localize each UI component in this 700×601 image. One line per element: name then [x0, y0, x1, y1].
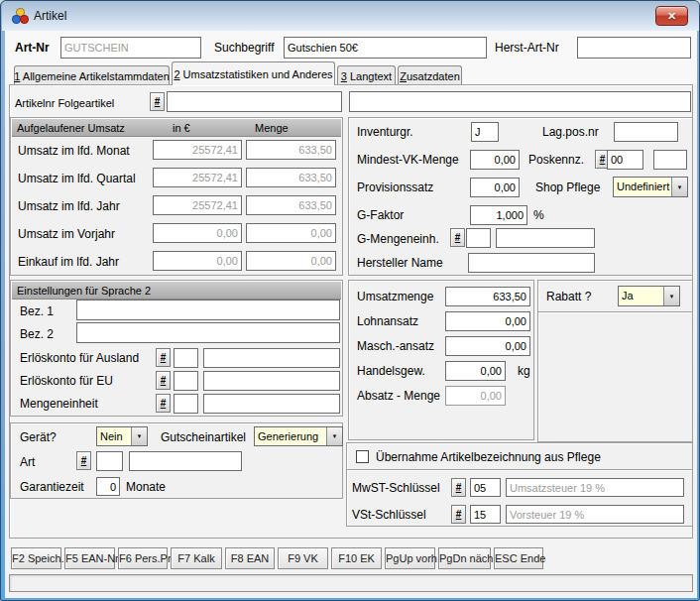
- g-mengeneinh-lookup-button[interactable]: #: [450, 228, 465, 247]
- mengeneinheit-desc-field[interactable]: [203, 394, 340, 414]
- status-bar: [9, 574, 693, 592]
- inventurgr-label: Inventurgr.: [357, 126, 413, 139]
- shop-pflege-dropdown[interactable]: Undefiniert ▼: [613, 177, 688, 197]
- art-code-field[interactable]: [96, 451, 123, 471]
- poskennz-label: Poskennz.: [528, 154, 584, 167]
- erloeskonto-ausland-lookup-button[interactable]: #: [156, 348, 171, 367]
- handelsgew-field[interactable]: 0,00: [445, 361, 506, 381]
- bez1-field[interactable]: [76, 300, 340, 320]
- umsatzmenge-field[interactable]: 633,50: [445, 287, 530, 306]
- vst-lookup-button[interactable]: #: [451, 505, 466, 524]
- umsatz-row-label: Umsatz im Vorjahr: [18, 228, 115, 241]
- absatz-menge-field[interactable]: 0,00: [445, 386, 506, 406]
- tab-zusatzdaten[interactable]: Zusatzdaten: [398, 65, 462, 85]
- vst-code-field[interactable]: 15: [470, 505, 501, 524]
- mwst-desc-field[interactable]: Umsatzsteuer 19 %: [506, 478, 684, 497]
- umsatz-menge-field[interactable]: 633,50: [246, 140, 336, 160]
- masch-ansatz-field[interactable]: 0,00: [445, 336, 530, 356]
- erloeskonto-ausland-code-field[interactable]: [174, 348, 198, 368]
- inventurgr-field[interactable]: J: [471, 122, 499, 142]
- uebernahme-checkbox[interactable]: [356, 450, 369, 463]
- erloeskonto-eu-label: Erlöskonto für EU: [20, 375, 113, 388]
- folgeartikel-desc-field[interactable]: [349, 91, 691, 112]
- folgeartikel-nr-field[interactable]: [167, 91, 342, 112]
- garantiezeit-field[interactable]: 0: [96, 477, 120, 496]
- vst-desc-field[interactable]: Vorsteuer 19 %: [506, 505, 684, 524]
- mengeneinheit-code-field[interactable]: [174, 394, 198, 414]
- close-icon[interactable]: ✕: [655, 6, 688, 26]
- tab-langtext[interactable]: 3 Langtext: [337, 65, 396, 85]
- umsatz-row-label: Umsatz im lfd. Quartal: [18, 173, 136, 185]
- lohnansatz-label: Lohnansatz: [357, 315, 418, 328]
- pgup-vorh-button[interactable]: PgUp vorh.: [385, 547, 435, 569]
- f9-vk-button[interactable]: F9 VK: [278, 547, 328, 569]
- handelsgew-unit: kg: [518, 365, 530, 378]
- umsatz-euro-field[interactable]: 0,00: [153, 251, 242, 271]
- hersteller-name-label: Hersteller Name: [357, 257, 443, 270]
- umsatz-euro-field[interactable]: 0,00: [153, 223, 242, 243]
- chevron-down-icon[interactable]: ▼: [671, 178, 687, 196]
- mengeneinheit-lookup-button[interactable]: #: [156, 394, 171, 413]
- tab-umsatzstatistiken[interactable]: 2 Umsatzstatistiken und Anderes: [172, 61, 335, 85]
- f10-ek-button[interactable]: F10 EK: [331, 547, 382, 569]
- bez1-label: Bez. 1: [20, 305, 54, 318]
- umsatzmenge-label: Umsatzmenge: [357, 291, 433, 303]
- geraet-dropdown[interactable]: Nein ▼: [96, 426, 148, 446]
- mwst-code-field[interactable]: 05: [470, 478, 501, 497]
- art-desc-field[interactable]: [129, 451, 242, 471]
- umsatz-menge-field[interactable]: 633,50: [246, 195, 336, 215]
- hersteller-name-field[interactable]: [468, 253, 595, 273]
- sprache-panel-title: Einstellungen für Sprache 2: [17, 285, 151, 297]
- garantiezeit-unit: Monate: [126, 481, 166, 494]
- f2-speichern-button[interactable]: F2 Speich.: [11, 547, 61, 569]
- tab-allgemeine-artikelstammdaten[interactable]: 1 Allgemeine Artikelstammdaten: [14, 65, 170, 85]
- g-faktor-field[interactable]: 1,000: [470, 205, 527, 225]
- chevron-down-icon[interactable]: ▼: [326, 427, 342, 445]
- rabatt-dropdown[interactable]: Ja ▼: [618, 286, 680, 306]
- esc-ende-button[interactable]: ESC Ende: [494, 547, 543, 569]
- window-title: Artikel: [34, 9, 66, 23]
- umsatz-menge-field[interactable]: 0,00: [246, 251, 336, 271]
- umsatz-euro-field[interactable]: 25572,41: [153, 168, 242, 187]
- umsatz-col-euro: in €: [173, 122, 190, 134]
- folgeartikel-lookup-button[interactable]: #: [150, 92, 165, 111]
- absatz-menge-label: Absatz - Menge: [357, 390, 440, 403]
- g-mengeneinh-code-field[interactable]: [466, 228, 491, 248]
- art-lookup-button[interactable]: #: [76, 451, 91, 470]
- herst-art-nr-field[interactable]: [577, 37, 691, 59]
- gutscheinartikel-dropdown[interactable]: Generierung ▼: [254, 426, 343, 446]
- lagposnr-field[interactable]: [614, 122, 678, 142]
- erloeskonto-eu-desc-field[interactable]: [203, 371, 340, 391]
- f7-kalk-button[interactable]: F7 Kalk: [171, 547, 222, 569]
- suchbegriff-field[interactable]: Gutschien 50€: [284, 37, 487, 59]
- provisionssatz-field[interactable]: 0,00: [470, 178, 520, 197]
- suchbegriff-label: Suchbegriff: [214, 42, 275, 55]
- geraet-panel: Gerät? Nein ▼ Gutscheinartikel Generieru…: [10, 422, 343, 499]
- erloeskonto-eu-lookup-button[interactable]: #: [156, 371, 171, 390]
- artikel-window: Artikel ✕ Art-Nr GUTSCHEIN Suchbegriff G…: [0, 0, 700, 601]
- art-nr-field[interactable]: GUTSCHEIN: [60, 37, 201, 59]
- f6-pers-pr-button[interactable]: F6 Pers.Pr.: [118, 547, 168, 569]
- chevron-down-icon[interactable]: ▼: [131, 427, 147, 445]
- umsatz-euro-field[interactable]: 25572,41: [153, 140, 242, 160]
- poskennz-field[interactable]: 00: [607, 150, 643, 170]
- umsatz-euro-field[interactable]: 25572,41: [153, 195, 242, 215]
- umsatz-menge-field[interactable]: 0,00: [246, 223, 336, 243]
- pgdn-naech-button[interactable]: PgDn näch.: [438, 547, 491, 569]
- erloeskonto-ausland-desc-field[interactable]: [203, 348, 340, 368]
- chevron-down-icon[interactable]: ▼: [663, 287, 679, 305]
- lohnansatz-field[interactable]: 0,00: [445, 311, 530, 331]
- erloeskonto-eu-code-field[interactable]: [174, 371, 198, 391]
- umsatz-col-menge: Menge: [255, 122, 289, 134]
- f8-ean-button[interactable]: F8 EAN: [225, 547, 275, 569]
- poskennz-field-2[interactable]: [653, 150, 687, 170]
- provisionssatz-label: Provisionssatz: [357, 181, 433, 194]
- mwst-lookup-button[interactable]: #: [451, 478, 466, 497]
- f5-ean-nr-button[interactable]: F5 EAN-Nr: [64, 547, 115, 569]
- umsatz-menge-field[interactable]: 633,50: [246, 168, 336, 187]
- bez2-label: Bez. 2: [20, 328, 54, 341]
- mindest-vk-menge-field[interactable]: 0,00: [470, 150, 520, 170]
- g-mengeneinh-desc-field[interactable]: [496, 228, 595, 248]
- bez2-field[interactable]: [76, 322, 340, 343]
- title-bar[interactable]: Artikel ✕: [2, 1, 700, 31]
